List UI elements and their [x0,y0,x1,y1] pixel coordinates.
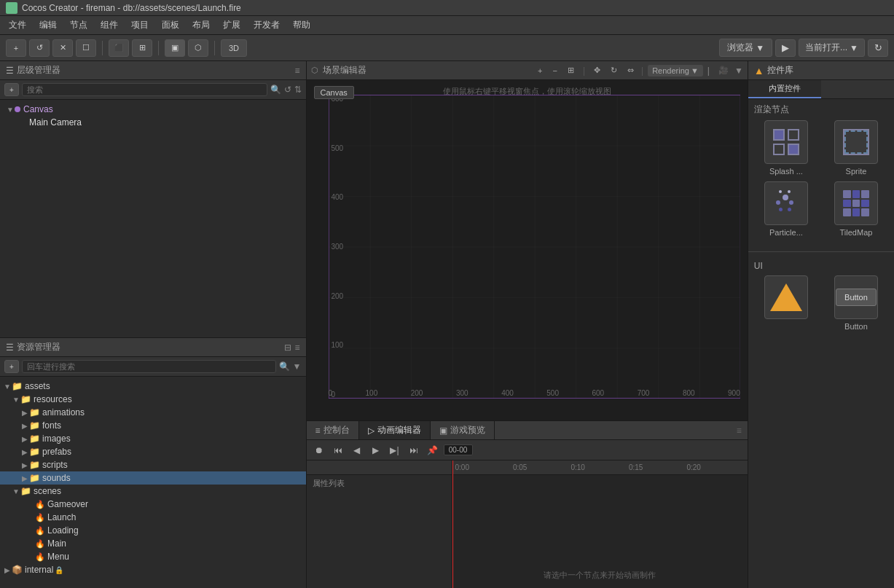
rect-button[interactable]: ☐ [76,39,96,57]
rendering-dropdown[interactable]: Rendering ▼ [648,65,703,77]
comp-item-sprite[interactable]: Sprite [824,120,888,176]
tree-item-main-camera[interactable]: Main Camera [0,116,306,129]
asset-item-assets[interactable]: ▼ 📁 assets [0,380,306,393]
timeline-right[interactable]: 0:00 0:05 0:10 0:15 0:20 请选中一个节点来开始动画制作 [452,460,748,588]
x-label-0: 0 [329,389,333,397]
scripts-expand-arrow: ▶ [20,461,29,469]
scene-move-btn[interactable]: ✥ [589,64,605,77]
scale-button[interactable]: ▣ [165,39,185,57]
images-folder-icon: 📁 [29,434,40,444]
right-panel: ▲ 控件库 内置控件 渲染节点 [748,61,894,588]
asset-label-main: Main [47,538,66,549]
preview-icon: ▣ [439,426,447,436]
animations-folder-icon: 📁 [29,407,40,418]
assets-search-input[interactable] [22,360,276,373]
zoom-out-button[interactable]: − [548,65,561,77]
zoom-reset-button[interactable]: ⊞ [563,64,579,77]
bottom-panel-menu[interactable]: ≡ [737,426,742,436]
current-open-button[interactable]: 当前打开... ▼ [799,39,865,57]
hierarchy-menu-icon[interactable]: ≡ [294,66,299,76]
menu-developer[interactable]: 开发者 [248,17,286,33]
menu-extend[interactable]: 扩展 [217,17,246,33]
menu-edit[interactable]: 编辑 [34,17,63,33]
anim-to-start-button[interactable]: ⏮ [330,443,346,458]
zoom-in-button[interactable]: + [533,65,546,77]
menu-component[interactable]: 组件 [95,17,124,33]
comp-item-button[interactable]: Button Button [824,275,888,331]
asset-item-animations[interactable]: ▶ 📁 animations [0,406,306,419]
refresh-scene-button[interactable]: ↺ [29,39,50,57]
hierarchy-add-button[interactable]: + [4,83,19,96]
asset-item-launch[interactable]: 🔥 Launch [0,511,306,524]
assets-menu-icon[interactable]: ≡ [294,342,299,353]
asset-item-internal[interactable]: ▶ 📦 internal 🔒 [0,563,306,576]
hierarchy-search-input[interactable] [22,83,267,96]
ruler-020: 0:20 [686,463,700,471]
timeline-marker[interactable] [452,460,453,588]
menu-layout[interactable]: 布局 [187,17,216,33]
comp-item-tiledmap[interactable]: TiledMap [824,181,888,237]
asset-item-menu[interactable]: 🔥 Menu [0,550,306,563]
asset-item-resources[interactable]: ▼ 📁 resources [0,393,306,406]
asset-item-sounds[interactable]: ▶ 📁 sounds [0,471,306,485]
anim-record-button[interactable]: ⏺ [311,443,327,458]
asset-item-loading[interactable]: 🔥 Loading [0,524,306,537]
assets-search-icon[interactable]: 🔍 [279,361,290,372]
ui-section-title: UI [754,261,888,271]
comp-item-particle[interactable]: Particle... [754,181,818,237]
browser-button[interactable]: 浏览器 ▼ [719,39,772,57]
asset-item-scripts[interactable]: ▶ 📁 scripts [0,458,306,471]
anim-to-end-button[interactable]: ⏭ [406,443,422,458]
sep2: | [641,66,643,76]
tab-builtin[interactable]: 内置控件 [748,80,821,98]
anim-add-event-button[interactable]: 📌 [425,443,441,458]
anim-next-frame-button[interactable]: ▶| [387,443,403,458]
comp-item-splash[interactable]: Splash ... [754,120,818,176]
hierarchy-sort-icon[interactable]: ⇅ [294,85,302,95]
close-scene-button[interactable]: ✕ [52,39,73,57]
asset-item-gameover[interactable]: 🔥 Gameover [0,498,306,511]
scene-scale-btn[interactable]: ⇔ [623,64,638,77]
scene-editor-icon: ⬡ [311,66,318,75]
asset-item-scenes[interactable]: ▼ 📁 scenes [0,485,306,498]
asset-item-fonts[interactable]: ▶ 📁 fonts [0,419,306,432]
tab-console[interactable]: ≡ 控制台 [307,421,359,439]
timeline-left-header [307,460,452,475]
camera-dropdown[interactable]: ▼ [734,66,743,76]
scene-editor-title: 场景编辑器 [323,64,366,77]
hierarchy-refresh-icon[interactable]: ↺ [284,85,291,95]
3d-button[interactable]: 3D [221,39,247,57]
camera-button[interactable]: 🎥 [714,64,733,77]
scene-rotate-btn[interactable]: ↻ [606,64,622,77]
scene-canvas-area[interactable]: 使用鼠标右键平移视窗焦点，使用滚轮缩放视图 Canvas 600 500 400… [307,80,748,420]
play-button[interactable]: ▶ [775,39,796,57]
assets-filter-icon[interactable]: ▼ [293,361,302,372]
anim-prev-frame-button[interactable]: ◀ [349,443,365,458]
rotate-button[interactable]: ⊞ [132,39,152,57]
refresh-button[interactable]: ↻ [868,39,888,57]
tree-item-canvas[interactable]: ▼ Canvas [0,103,306,116]
add-button[interactable]: + [6,39,26,57]
anim-play-button[interactable]: ▶ [368,443,384,458]
assets-collapse-icon[interactable]: ⊟ [284,342,291,353]
tab-game-preview[interactable]: ▣ 游戏预览 [431,421,495,439]
assets-add-button[interactable]: + [4,360,19,373]
canvas-arrow: ▼ [6,106,15,114]
app-icon [6,2,17,14]
hierarchy-search-icon[interactable]: 🔍 [270,85,281,95]
button-label: Button [844,322,868,331]
asset-item-main[interactable]: 🔥 Main [0,537,306,550]
menu-help[interactable]: 帮助 [287,17,316,33]
tab-animation-editor[interactable]: ▷ 动画编辑器 [359,421,431,439]
asset-item-prefabs[interactable]: ▶ 📁 prefabs [0,445,306,458]
tab-custom[interactable] [821,80,894,98]
menu-project[interactable]: 项目 [125,17,154,33]
move-button[interactable]: ⬛ [109,39,129,57]
menu-node[interactable]: 节点 [64,17,93,33]
menu-file[interactable]: 文件 [3,17,32,33]
comp-item-alert[interactable] [754,275,818,331]
asset-item-images[interactable]: ▶ 📁 images [0,432,306,445]
menu-panel[interactable]: 面板 [156,17,185,33]
lock-icon: 🔒 [55,566,63,574]
transform-button[interactable]: ⬡ [188,39,208,57]
